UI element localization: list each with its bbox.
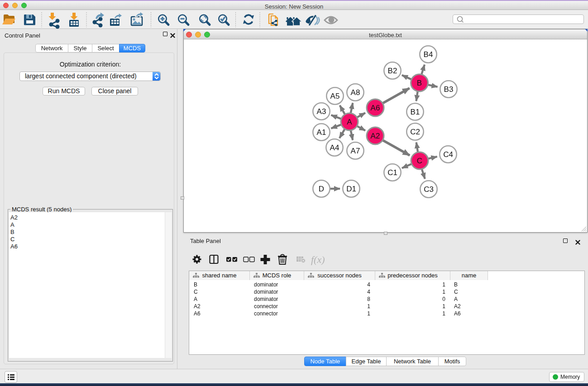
svg-text:f(x): f(x)	[311, 254, 325, 265]
svg-text:A6: A6	[371, 104, 380, 112]
svg-text:C4: C4	[443, 150, 453, 159]
svg-text:A2: A2	[371, 132, 380, 140]
svg-text:A5: A5	[330, 92, 340, 100]
svg-text:C: C	[417, 157, 422, 165]
svg-text:A1: A1	[317, 128, 326, 137]
svg-text:B3: B3	[444, 85, 454, 94]
svg-text:C3: C3	[424, 185, 434, 194]
svg-text:C1: C1	[387, 168, 397, 177]
svg-text:D1: D1	[346, 185, 356, 193]
svg-text:B2: B2	[388, 67, 397, 75]
svg-text:B1: B1	[411, 108, 420, 116]
svg-text:B: B	[417, 79, 422, 87]
svg-text:D: D	[319, 185, 324, 193]
svg-text:A3: A3	[317, 107, 326, 116]
svg-text:A4: A4	[330, 143, 339, 152]
svg-text:A8: A8	[351, 88, 360, 97]
svg-text:A: A	[347, 118, 352, 126]
svg-text:A7: A7	[351, 147, 360, 155]
svg-text:B4: B4	[424, 50, 433, 59]
svg-text:C2: C2	[410, 128, 420, 136]
